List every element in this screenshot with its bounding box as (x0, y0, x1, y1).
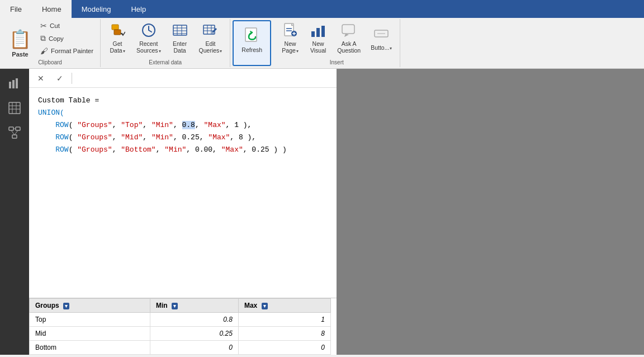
table-row: Top 0.8 1 (30, 313, 331, 327)
format-painter-label: Format Painter (51, 48, 93, 54)
svg-rect-36 (16, 127, 20, 130)
svg-rect-1 (114, 30, 121, 35)
enter-data-icon (171, 22, 189, 39)
sidebar-data-icon[interactable] (4, 98, 25, 118)
button-button[interactable]: Butto...▾ (366, 20, 396, 56)
recent-sources-icon (140, 22, 158, 39)
copy-label: Copy (49, 35, 64, 42)
edit-queries-label: EditQueries▾ (199, 40, 222, 54)
svg-rect-24 (342, 25, 354, 34)
new-page-button[interactable]: NewPage▾ (277, 20, 304, 56)
code-line-4: ROW( "Groups", "Mid", "Min", 0.25, "Max"… (38, 131, 328, 144)
edit-queries-button[interactable]: EditQueries▾ (195, 20, 227, 56)
svg-rect-37 (12, 135, 17, 138)
confirm-button[interactable]: ✓ (53, 71, 67, 86)
confirm-icon: ✓ (56, 74, 63, 83)
ask-question-label: Ask AQuestion (337, 40, 361, 54)
paste-button[interactable]: 📋 Paste (3, 24, 37, 62)
button-icon (372, 25, 390, 43)
external-data-label: External data (101, 59, 230, 65)
code-line-5: ROW( "Groups", "Bottom", "Min", 0.00, "M… (38, 144, 328, 156)
new-page-label: NewPage▾ (282, 40, 299, 54)
svg-rect-29 (16, 78, 18, 88)
copy-button[interactable]: ⧉ Copy (37, 32, 97, 44)
formula-bar: ✕ ✓ (29, 69, 337, 88)
clipboard-label: Clipboard (0, 59, 100, 65)
get-data-button[interactable]: GetData▾ (104, 20, 131, 56)
new-visual-icon (309, 22, 327, 39)
cell-groups-0: Top (30, 313, 150, 327)
edit-queries-icon (201, 22, 219, 39)
cell-groups-2: Bottom (30, 341, 150, 355)
ribbon-group-clipboard: 📋 Paste ✂ Cut ⧉ Copy 🖌 Format Painter (0, 19, 101, 67)
tab-home[interactable]: Home (32, 0, 72, 18)
table-row: Mid 0.25 8 (30, 327, 331, 341)
format-painter-icon: 🖌 (40, 46, 48, 55)
get-data-icon (108, 22, 126, 39)
svg-rect-21 (311, 31, 315, 37)
ask-question-icon (340, 22, 358, 39)
data-table-container: Groups ▾ Min ▾ Max ▾ (29, 298, 337, 355)
ribbon-group-external-data: GetData▾ RecentSources▾ (101, 19, 230, 67)
svg-rect-0 (112, 25, 119, 30)
format-painter-button[interactable]: 🖌 Format Painter (37, 45, 97, 57)
ask-question-button[interactable]: Ask AQuestion (333, 20, 365, 56)
insert-label: Insert (273, 59, 400, 65)
col-min: Min ▾ (150, 299, 238, 313)
cell-min-0: 0.8 (150, 313, 238, 327)
tab-modeling[interactable]: Modeling (72, 0, 121, 18)
ribbon: 📋 Paste ✂ Cut ⧉ Copy 🖌 Format Painter (0, 18, 644, 69)
cancel-button[interactable]: ✕ (34, 71, 48, 86)
svg-rect-22 (316, 28, 320, 37)
table-row: Bottom 0 0 (30, 341, 331, 355)
enter-data-button[interactable]: EnterData (167, 20, 193, 56)
data-table: Groups ▾ Min ▾ Max ▾ (29, 298, 331, 355)
code-line-3: ROW( "Groups", "Top", "Min", 0.8, "Max",… (38, 119, 328, 131)
cell-max-1: 8 (238, 327, 330, 341)
cut-label: Cut (50, 22, 60, 29)
copy-icon: ⧉ (40, 34, 46, 43)
svg-rect-28 (12, 80, 15, 88)
cell-min-1: 0.25 (150, 327, 238, 341)
new-page-icon (281, 22, 299, 39)
tab-file[interactable]: File (0, 0, 32, 18)
cell-max-0: 1 (238, 313, 330, 327)
cut-button[interactable]: ✂ Cut (37, 20, 97, 31)
svg-rect-23 (321, 26, 325, 37)
new-visual-label: NewVisual (310, 40, 326, 54)
cell-min-2: 0 (150, 341, 238, 355)
code-editor[interactable]: Custom Table = UNION( ROW( "Groups", "To… (29, 88, 337, 298)
enter-data-label: EnterData (173, 40, 187, 54)
svg-rect-27 (9, 82, 11, 88)
refresh-button[interactable]: Refresh (237, 22, 267, 58)
tab-help[interactable]: Help (121, 0, 156, 18)
refresh-icon (243, 27, 261, 45)
max-filter-arrow[interactable]: ▾ (262, 303, 268, 309)
code-line-1: Custom Table = (38, 95, 328, 107)
title-bar: File Home Modeling Help (0, 0, 644, 18)
groups-filter-arrow[interactable]: ▾ (63, 303, 69, 309)
button-label: Butto...▾ (371, 44, 392, 51)
recent-sources-label: RecentSources▾ (136, 40, 161, 54)
cell-max-2: 0 (238, 341, 330, 355)
sidebar-report-icon[interactable] (4, 73, 25, 93)
main-layout: ✕ ✓ Custom Table = UNION( ROW( "Groups",… (0, 69, 644, 355)
col-groups: Groups ▾ (30, 299, 150, 313)
ribbon-group-refresh: Refresh (233, 20, 271, 66)
ribbon-group-insert: NewPage▾ NewVisual (273, 19, 400, 67)
code-line-2: UNION( (38, 107, 328, 119)
col-max: Max ▾ (238, 299, 330, 313)
min-filter-arrow[interactable]: ▾ (172, 303, 178, 309)
content-area: ✕ ✓ Custom Table = UNION( ROW( "Groups",… (29, 69, 337, 355)
paste-label: Paste (12, 51, 28, 58)
new-visual-button[interactable]: NewVisual (305, 20, 332, 56)
left-sidebar (0, 69, 29, 355)
sidebar-model-icon[interactable] (4, 123, 25, 143)
refresh-label: Refresh (242, 46, 262, 54)
recent-sources-button[interactable]: RecentSources▾ (132, 20, 165, 56)
cut-icon: ✂ (40, 21, 47, 30)
get-data-label: GetData▾ (110, 40, 125, 54)
paste-icon: 📋 (9, 29, 31, 50)
cancel-icon: ✕ (37, 74, 44, 83)
cell-groups-1: Mid (30, 327, 150, 341)
